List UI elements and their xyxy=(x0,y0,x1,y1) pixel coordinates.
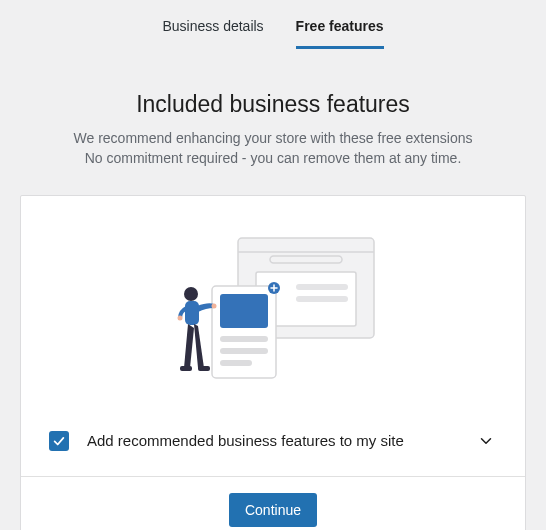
svg-rect-7 xyxy=(220,294,268,328)
checkbox-add-features[interactable] xyxy=(49,431,69,451)
continue-button[interactable]: Continue xyxy=(229,493,317,527)
svg-rect-8 xyxy=(220,336,268,342)
page-title: Included business features xyxy=(20,91,526,118)
option-label: Add recommended business features to my … xyxy=(87,432,457,449)
check-icon xyxy=(52,434,66,448)
page-header: Included business features We recommend … xyxy=(0,91,546,169)
svg-point-14 xyxy=(212,303,217,308)
svg-point-12 xyxy=(184,287,198,301)
illustration xyxy=(45,226,501,386)
features-card: Add recommended business features to my … xyxy=(20,195,526,530)
svg-rect-4 xyxy=(296,284,348,290)
svg-point-15 xyxy=(178,315,183,320)
option-row[interactable]: Add recommended business features to my … xyxy=(45,430,501,452)
page-subtitle: We recommend enhancing your store with t… xyxy=(20,128,526,169)
svg-rect-9 xyxy=(220,348,268,354)
svg-rect-16 xyxy=(180,366,192,371)
chevron-down-icon xyxy=(477,432,495,450)
tabs: Business details Free features xyxy=(0,0,546,49)
card-body: Add recommended business features to my … xyxy=(21,196,525,476)
svg-rect-17 xyxy=(198,366,210,371)
card-footer: Continue xyxy=(21,476,525,530)
expand-toggle[interactable] xyxy=(475,430,497,452)
svg-rect-5 xyxy=(296,296,348,302)
svg-rect-13 xyxy=(185,301,199,325)
svg-rect-10 xyxy=(220,360,252,366)
tab-business-details[interactable]: Business details xyxy=(162,18,263,49)
subtitle-line-1: We recommend enhancing your store with t… xyxy=(74,130,473,146)
subtitle-line-2: No commitment required - you can remove … xyxy=(85,150,462,166)
tab-free-features[interactable]: Free features xyxy=(296,18,384,49)
onboarding-illustration xyxy=(168,236,378,386)
